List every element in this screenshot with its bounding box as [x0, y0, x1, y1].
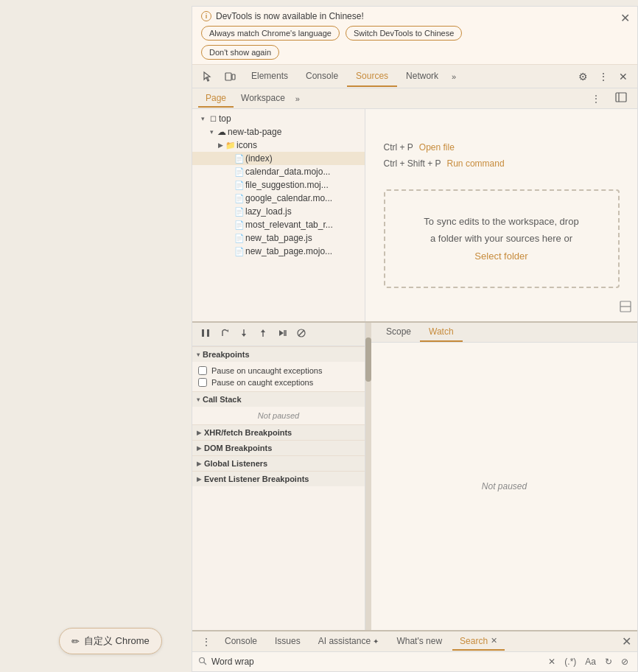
search-cancel-button[interactable]: ⊘ — [618, 655, 631, 668]
close-notification-button[interactable]: ✕ — [620, 13, 630, 24]
notification-buttons: Always match Chrome's language Switch De… — [201, 26, 628, 41]
global-listeners-label: Global Listeners — [204, 459, 267, 468]
subtab-more-button[interactable]: » — [292, 93, 303, 105]
tree-item-index[interactable]: 📄 (index) — [192, 152, 365, 165]
customize-chrome-button[interactable]: ✏ 自定义 Chrome — [59, 628, 162, 654]
tree-arrow-top: ▾ — [198, 115, 207, 122]
run-command-link[interactable]: Run command — [447, 158, 505, 169]
info-icon: i — [201, 11, 211, 21]
more-options-button[interactable]: ⋮ — [595, 69, 612, 85]
tree-item-lazy-load[interactable]: 📄 lazy_load.js — [192, 205, 365, 218]
select-folder-link[interactable]: Select folder — [474, 251, 527, 262]
search-refresh-button[interactable]: ↻ — [602, 655, 615, 668]
call-stack-header[interactable]: ▾ Call Stack — [192, 392, 365, 407]
bottom-tab-search[interactable]: Search ✕ — [452, 633, 505, 651]
close-bottom-bar-button[interactable]: ✕ — [622, 634, 631, 648]
event-listener-section: ▶ Event Listener Breakpoints — [192, 471, 365, 486]
step-over-button[interactable] — [216, 326, 234, 343]
svg-rect-0 — [225, 73, 231, 80]
tree-item-icons[interactable]: ▶ 📁 icons — [192, 139, 365, 152]
customize-chrome-label: 自定义 Chrome — [84, 634, 150, 648]
search-regex-button[interactable]: (.*) — [561, 655, 579, 668]
sidebar-icon — [615, 91, 627, 103]
global-listeners-section: ▶ Global Listeners — [192, 455, 365, 471]
tree-label-top: top — [219, 113, 362, 124]
tab-sources[interactable]: Sources — [347, 66, 397, 87]
subtab-page[interactable]: Page — [198, 90, 234, 108]
scrollbar-thumb — [365, 337, 371, 382]
subtabs-bar: Page Workspace » ⋮ — [192, 88, 637, 109]
search-tab-label: Search — [460, 636, 488, 646]
bottom-tabs-menu-button[interactable]: ⋮ — [198, 634, 214, 649]
tree-item-top[interactable]: ▾ ☐ top — [192, 112, 365, 125]
step-out-button[interactable] — [254, 326, 272, 343]
search-match-case-button[interactable]: Aa — [582, 655, 599, 668]
tab-network[interactable]: Network — [397, 66, 447, 87]
main-split: ▾ ☐ top ▾ ☁ new-tab-page ▶ 📁 icons — [192, 109, 637, 671]
tree-item-new-tab-page[interactable]: ▾ ☁ new-tab-page — [192, 125, 365, 139]
close-search-tab-button[interactable]: ✕ — [491, 636, 497, 645]
debugger-toolbar — [192, 323, 365, 346]
svg-marker-13 — [261, 329, 265, 332]
search-bar: ✕ (.*) Aa ↻ ⊘ — [192, 652, 637, 671]
lower-section: ▾ Breakpoints Pause on uncaught exceptio… — [192, 323, 637, 630]
shortcut-run-command: Ctrl + Shift + P Run command — [384, 158, 620, 169]
bottom-tab-console[interactable]: Console — [217, 633, 264, 651]
tree-item-ntp-mojo[interactable]: 📄 new_tab_page.mojo... — [192, 245, 365, 258]
event-listener-header[interactable]: ▶ Event Listener Breakpoints — [192, 472, 365, 486]
tree-label-ntp-js: new_tab_page.js — [245, 233, 362, 243]
tree-item-most-relevant[interactable]: 📄 most_relevant_tab_r... — [192, 218, 365, 231]
pause-uncaught-checkbox[interactable] — [198, 366, 207, 375]
tree-item-file-suggestion[interactable]: 📄 file_suggestion.moj... — [192, 178, 365, 192]
file-icon-gcal: 📄 — [234, 194, 245, 203]
pause-caught-checkbox[interactable] — [198, 378, 207, 387]
breakpoints-content: Pause on uncaught exceptions Pause on ca… — [192, 362, 365, 391]
close-devtools-button[interactable]: ✕ — [615, 69, 631, 85]
tree-item-google-calendar[interactable]: 📄 google_calendar.mo... — [192, 192, 365, 205]
drop-zone-line1: To sync edits to the workspace, drop — [424, 216, 578, 227]
open-file-link[interactable]: Open file — [419, 142, 455, 153]
xhr-header[interactable]: ▶ XHR/fetch Breakpoints — [192, 425, 365, 440]
bottom-tab-whats-new[interactable]: What's new — [389, 633, 449, 651]
watch-tab[interactable]: Watch — [420, 323, 463, 342]
tab-elements[interactable]: Elements — [242, 66, 297, 87]
subtab-options-button[interactable]: ⋮ — [587, 91, 605, 107]
search-actions: ✕ (.*) Aa ↻ ⊘ — [545, 655, 631, 668]
tree-arrow-icons: ▶ — [216, 141, 225, 149]
step-into-button[interactable] — [235, 326, 253, 343]
search-clear-button[interactable]: ✕ — [545, 655, 558, 668]
subtab-workspace[interactable]: Workspace — [234, 90, 292, 108]
search-input[interactable] — [211, 657, 541, 667]
cursor-icon — [202, 71, 214, 83]
pause-resume-button[interactable] — [197, 326, 214, 343]
notification-text: DevTools is now available in Chinese! — [216, 11, 364, 21]
bottom-tab-issues[interactable]: Issues — [267, 633, 308, 651]
step-icon — [277, 328, 287, 338]
file-icon-index: 📄 — [234, 154, 245, 164]
call-stack-not-paused: Not paused — [192, 407, 365, 424]
bottom-tab-ai[interactable]: AI assistance ✦ — [311, 633, 387, 651]
inspect-element-button[interactable] — [198, 69, 217, 85]
file-icon-relevant: 📄 — [234, 220, 245, 230]
tree-item-calendar-data[interactable]: 📄 calendar_data.mojo... — [192, 165, 365, 178]
scope-tab[interactable]: Scope — [377, 323, 420, 342]
scope-not-paused: Not paused — [371, 343, 637, 630]
debugger-scrollbar[interactable] — [365, 323, 371, 630]
tab-console[interactable]: Console — [297, 66, 347, 87]
toggle-sidebar-button[interactable] — [611, 88, 631, 108]
deactivate-breakpoints-button[interactable] — [292, 326, 310, 343]
switch-to-chinese-button[interactable]: Switch DevTools to Chinese — [346, 26, 462, 41]
dom-header[interactable]: ▶ DOM Breakpoints — [192, 441, 365, 455]
tree-item-ntp-js[interactable]: 📄 new_tab_page.js — [192, 231, 365, 245]
device-toolbar-button[interactable] — [220, 69, 239, 85]
global-listeners-header[interactable]: ▶ Global Listeners — [192, 456, 365, 471]
file-icon-ntp-js: 📄 — [234, 234, 245, 243]
tree-label-relevant: most_relevant_tab_r... — [245, 220, 362, 230]
dont-show-again-button[interactable]: Don't show again — [201, 45, 279, 60]
settings-button[interactable]: ⚙ — [575, 69, 592, 85]
tab-more-button[interactable]: » — [447, 69, 460, 84]
match-language-button[interactable]: Always match Chrome's language — [201, 26, 340, 41]
toggle-editor-icon[interactable] — [620, 301, 631, 315]
breakpoints-header[interactable]: ▾ Breakpoints — [192, 347, 365, 362]
step-button[interactable] — [273, 326, 291, 343]
